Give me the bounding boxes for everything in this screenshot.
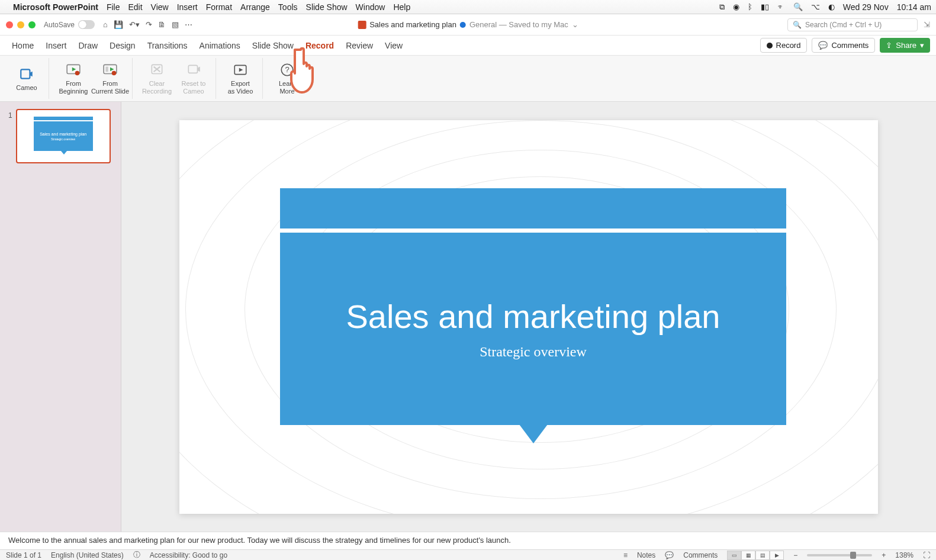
chevron-down-icon: ▾ xyxy=(920,41,924,50)
battery-icon[interactable]: ▮▯ xyxy=(761,2,769,11)
learn-more-label: Learn More xyxy=(279,80,295,95)
tab-record[interactable]: Record xyxy=(300,37,340,54)
thumbnail-item[interactable]: 1 Sales and marketing plan Strategic ove… xyxy=(8,109,112,163)
status-comments-button[interactable]: Comments xyxy=(683,551,718,559)
menu-tools[interactable]: Tools xyxy=(278,2,298,12)
tab-home[interactable]: Home xyxy=(6,37,40,54)
tab-view[interactable]: View xyxy=(379,37,409,54)
record-dot-icon xyxy=(767,43,773,49)
tab-design[interactable]: Design xyxy=(104,37,141,54)
status-language[interactable]: English (United States) xyxy=(51,551,124,559)
autosave-toggle[interactable]: AutoSave xyxy=(44,20,95,29)
present-icon[interactable]: ▧ xyxy=(172,20,179,29)
close-window-icon[interactable] xyxy=(6,21,13,28)
cameo-icon xyxy=(18,66,35,82)
reading-view-icon[interactable]: ▤ xyxy=(755,551,770,560)
slide-thumbnails-pane[interactable]: 1 Sales and marketing plan Strategic ove… xyxy=(0,102,121,532)
from-beginning-button[interactable]: From Beginning xyxy=(55,60,92,96)
status-accessibility[interactable]: Accessibility: Good to go xyxy=(150,551,227,559)
wifi-icon[interactable]: ᯤ xyxy=(777,2,785,11)
menu-window[interactable]: Window xyxy=(356,2,385,12)
menubar-date[interactable]: Wed 29 Nov xyxy=(843,2,889,12)
window-controls xyxy=(6,21,36,28)
menu-edit[interactable]: Edit xyxy=(128,2,142,12)
share-button[interactable]: ⇪ Share ▾ xyxy=(880,38,930,53)
spotlight-icon[interactable]: 🔍 xyxy=(793,2,803,11)
thumbnail-number: 1 xyxy=(8,111,12,163)
export-video-button[interactable]: Export as Video xyxy=(222,60,259,96)
menu-view[interactable]: View xyxy=(151,2,169,12)
thumbnail-preview[interactable]: Sales and marketing plan Strategic overv… xyxy=(16,109,111,163)
zoom-slider[interactable] xyxy=(807,554,872,556)
minimize-window-icon[interactable] xyxy=(17,21,24,28)
search-input[interactable]: 🔍 Search (Cmd + Ctrl + U) xyxy=(787,18,918,31)
fullscreen-window-icon[interactable] xyxy=(28,21,36,28)
title-callout-shape[interactable]: Sales and marketing plan Strategic overv… xyxy=(280,233,786,425)
slideshow-view-icon[interactable]: ▶ xyxy=(770,551,784,560)
slide-subtitle[interactable]: Strategic overview xyxy=(480,344,587,360)
thumbnail-title: Sales and marketing plan xyxy=(40,132,86,136)
tab-insert[interactable]: Insert xyxy=(40,37,72,54)
collapse-ribbon-icon[interactable]: ⇲ xyxy=(924,20,930,29)
bluetooth-icon[interactable]: ᛒ xyxy=(748,2,752,11)
menu-format[interactable]: Format xyxy=(206,2,232,12)
menu-file[interactable]: File xyxy=(107,2,120,12)
tab-transitions[interactable]: Transitions xyxy=(141,37,194,54)
view-buttons: ▭ ▦ ▤ ▶ xyxy=(727,551,784,560)
learn-more-button[interactable]: ? Learn More xyxy=(269,60,305,96)
home-icon[interactable]: ⌂ xyxy=(103,20,108,29)
document-title[interactable]: Sales and marketing plan General — Saved… xyxy=(358,20,578,29)
tab-draw[interactable]: Draw xyxy=(72,37,104,54)
status-slide[interactable]: Slide 1 of 1 xyxy=(6,551,41,559)
search-icon: 🔍 xyxy=(793,21,802,29)
tab-review[interactable]: Review xyxy=(340,37,379,54)
save-icon[interactable]: 💾 xyxy=(114,20,123,29)
zoom-level[interactable]: 138% xyxy=(895,551,914,559)
powerpoint-file-icon xyxy=(358,21,366,29)
normal-view-icon[interactable]: ▭ xyxy=(727,551,741,560)
fit-window-icon[interactable]: ⛶ xyxy=(923,551,930,559)
tab-animations[interactable]: Animations xyxy=(194,37,246,54)
menubar-time[interactable]: 10:14 am xyxy=(897,2,931,12)
svg-marker-2 xyxy=(72,67,76,72)
sensitivity-icon xyxy=(460,22,466,28)
comments-button[interactable]: 💬 Comments xyxy=(812,38,875,53)
zoom-in-icon[interactable]: + xyxy=(882,551,886,559)
menu-help[interactable]: Help xyxy=(393,2,410,12)
menu-insert[interactable]: Insert xyxy=(177,2,198,12)
accessibility-icon: ⓘ xyxy=(133,550,140,560)
sorter-view-icon[interactable]: ▦ xyxy=(741,551,755,560)
zoom-out-icon[interactable]: − xyxy=(793,551,797,559)
title-bar-shape[interactable] xyxy=(280,188,786,228)
tab-slideshow[interactable]: Slide Show xyxy=(246,37,300,54)
teams-icon[interactable]: ⧉ xyxy=(719,2,725,12)
svg-rect-5 xyxy=(105,67,108,72)
more-qat-icon[interactable]: ⋯ xyxy=(185,20,192,29)
menu-slideshow[interactable]: Slide Show xyxy=(306,2,348,12)
redo-icon[interactable]: ↷ xyxy=(146,20,152,29)
share-icon: ⇪ xyxy=(886,41,892,50)
print-icon[interactable]: 🗎 xyxy=(158,20,166,29)
undo-icon[interactable]: ↶▾ xyxy=(129,20,140,29)
app-name[interactable]: Microsoft PowerPoint xyxy=(13,2,98,12)
chevron-down-icon[interactable]: ⌄ xyxy=(572,20,578,29)
record-label: Record xyxy=(776,41,801,50)
cameo-button[interactable]: Cameo xyxy=(8,60,45,96)
menu-arrange[interactable]: Arrange xyxy=(240,2,270,12)
slide-title[interactable]: Sales and marketing plan xyxy=(346,297,721,336)
notes-pane[interactable]: Welcome to the annual sales and marketin… xyxy=(0,532,936,549)
slide-canvas-area[interactable]: Sales and marketing plan Strategic overv… xyxy=(121,102,936,532)
status-notes-button[interactable]: Notes xyxy=(637,551,655,559)
notes-icon: ≡ xyxy=(623,551,628,559)
callout-tail-icon xyxy=(519,424,548,443)
clear-recording-label: Clear Recording xyxy=(142,80,172,95)
siri-icon[interactable]: ◐ xyxy=(828,2,835,11)
slide[interactable]: Sales and marketing plan Strategic overv… xyxy=(179,120,878,514)
control-center-icon[interactable]: ⌥ xyxy=(811,2,820,11)
notes-text[interactable]: Welcome to the annual sales and marketin… xyxy=(8,536,511,545)
clear-recording-button: Clear Recording xyxy=(139,60,175,96)
autosave-switch[interactable] xyxy=(78,20,95,29)
record-button[interactable]: Record xyxy=(760,38,808,53)
screenrec-icon[interactable]: ◉ xyxy=(733,2,739,11)
from-current-button[interactable]: From Current Slide xyxy=(92,60,128,96)
